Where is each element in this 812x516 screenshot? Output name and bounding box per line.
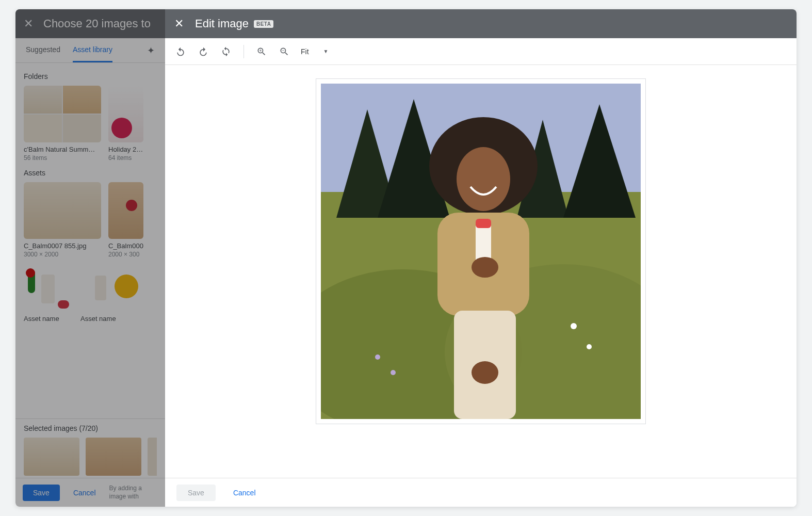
- folder-count: 64 items: [108, 154, 143, 162]
- svg-point-8: [571, 323, 577, 329]
- asset-name: C_Balm000: [108, 242, 143, 250]
- svg-point-10: [375, 354, 380, 360]
- zoom-label: Fit: [301, 47, 309, 56]
- footer-note: By adding a image with: [109, 485, 158, 501]
- selected-images-section: Selected images (7/20): [15, 418, 165, 478]
- reset-icon[interactable]: [220, 45, 232, 58]
- image-editor-panel: ✕ Edit image BETA Fit: [165, 9, 797, 507]
- folder-item[interactable]: Holiday 20 ca 64 items: [108, 86, 143, 162]
- svg-point-19: [472, 361, 498, 384]
- folder-count: 56 items: [24, 154, 101, 162]
- image-picker-panel: ✕ Choose 20 images to Suggested Asset li…: [15, 9, 165, 507]
- tab-asset-library[interactable]: Asset library: [73, 38, 112, 62]
- asset-item[interactable]: Asset name: [24, 265, 73, 324]
- zoom-select[interactable]: Fit ▼: [301, 47, 331, 56]
- picker-header: ✕ Choose 20 images to: [15, 9, 165, 38]
- folder-name: Holiday 20 ca: [108, 146, 143, 153]
- selected-heading: Selected images (7/20): [24, 424, 157, 432]
- beta-badge: BETA: [254, 20, 273, 28]
- zoom-in-icon[interactable]: [255, 45, 268, 58]
- editor-toolbar: Fit ▼: [165, 38, 797, 65]
- canvas-frame[interactable]: [316, 78, 646, 424]
- save-button[interactable]: Save: [23, 485, 60, 501]
- save-button: Save: [176, 485, 216, 501]
- toolbar-divider: [243, 45, 244, 58]
- edited-image: [321, 84, 641, 419]
- close-icon[interactable]: ✕: [174, 18, 184, 29]
- zoom-out-icon[interactable]: [278, 45, 290, 58]
- folder-item[interactable]: c'Balm Natural Summ… 56 items: [24, 86, 101, 162]
- asset-name: Asset name: [80, 315, 141, 322]
- asset-item[interactable]: C_Balm000 2000 × 300: [108, 182, 143, 258]
- svg-point-13: [457, 147, 510, 211]
- redo-icon[interactable]: [197, 45, 209, 58]
- selected-thumb[interactable]: [86, 438, 141, 476]
- selected-thumb[interactable]: [148, 438, 157, 476]
- folder-name: c'Balm Natural Summ…: [24, 146, 101, 153]
- tab-suggested[interactable]: Suggested: [26, 38, 60, 62]
- picker-title: Choose 20 images to: [43, 17, 151, 30]
- asset-item[interactable]: C_Balm0007 855.jpg 3000 × 2000: [24, 182, 101, 258]
- app-frame: ✕ Choose 20 images to Suggested Asset li…: [15, 9, 797, 507]
- close-icon[interactable]: ✕: [24, 18, 33, 29]
- editor-canvas-area: [165, 65, 797, 478]
- chevron-down-icon: ▼: [323, 49, 329, 54]
- svg-point-11: [391, 370, 396, 375]
- picker-tabs: Suggested Asset library ✦: [15, 38, 165, 63]
- cancel-button[interactable]: Cancel: [230, 485, 259, 501]
- editor-title: Edit image BETA: [195, 17, 273, 30]
- svg-point-9: [587, 344, 592, 349]
- assets-heading: Assets: [24, 169, 157, 177]
- selected-thumb[interactable]: [24, 438, 79, 476]
- cancel-button[interactable]: Cancel: [70, 485, 99, 501]
- svg-rect-17: [476, 219, 491, 228]
- sparkle-icon[interactable]: ✦: [147, 45, 155, 56]
- asset-dimensions: 3000 × 2000: [24, 251, 101, 258]
- asset-dimensions: 2000 × 300: [108, 251, 143, 258]
- picker-footer: Save Cancel By adding a image with: [15, 478, 165, 507]
- asset-name: C_Balm0007 855.jpg: [24, 242, 101, 250]
- undo-icon[interactable]: [174, 45, 187, 58]
- editor-title-text: Edit image: [195, 17, 249, 30]
- svg-point-18: [472, 257, 498, 278]
- asset-item[interactable]: Asset name: [80, 265, 141, 324]
- editor-header: ✕ Edit image BETA: [165, 9, 797, 38]
- asset-name: Asset name: [24, 315, 73, 322]
- editor-footer: Save Cancel: [165, 478, 797, 507]
- picker-body: Folders c'Balm Natural Summ… 56 items Ho…: [15, 63, 165, 418]
- folders-heading: Folders: [24, 72, 157, 80]
